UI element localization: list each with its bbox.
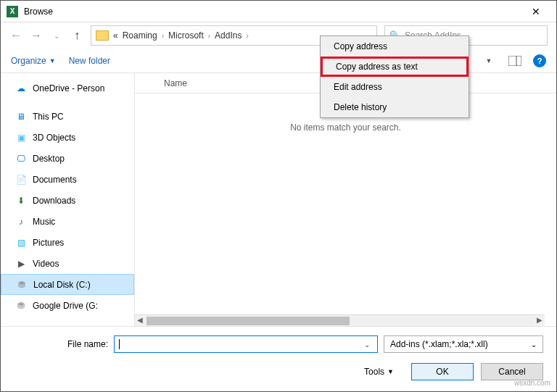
text-cursor — [119, 339, 120, 349]
tree-thispc[interactable]: 🖥This PC — [1, 106, 134, 127]
preview-pane-button[interactable] — [507, 53, 523, 69]
window-title: Browse — [24, 7, 521, 17]
tools-label: Tools — [364, 367, 384, 377]
excel-icon: X — [7, 6, 18, 17]
drive-icon: ⛃ — [15, 300, 27, 312]
cloud-icon: ☁ — [15, 83, 27, 94]
ctx-copy-address-text[interactable]: Copy address as text — [321, 57, 469, 77]
picture-icon: ▧ — [15, 237, 27, 249]
scroll-left-icon[interactable]: ◀ — [137, 316, 143, 324]
close-button[interactable]: ✕ — [521, 1, 550, 22]
ctx-copy-address[interactable]: Copy address — [321, 36, 469, 57]
music-icon: ♪ — [15, 216, 27, 228]
breadcrumb-roaming[interactable]: Roaming — [123, 30, 157, 41]
breadcrumb-prefix: « — [113, 30, 118, 41]
organize-button[interactable]: Organize ▼ — [11, 56, 56, 66]
tree-3dobjects[interactable]: ▣3D Objects — [1, 127, 134, 148]
tree-desktop[interactable]: 🖵Desktop — [1, 148, 134, 169]
video-icon: ▶ — [15, 258, 27, 270]
organize-label: Organize — [11, 56, 46, 66]
filter-label: Add-ins (*.xlam;*.xla;*.xll) — [390, 339, 488, 349]
breadcrumb-addins[interactable]: AddIns — [215, 30, 242, 41]
ctx-edit-address[interactable]: Edit address — [321, 77, 469, 97]
scroll-right-icon[interactable]: ▶ — [537, 316, 542, 324]
tools-button[interactable]: Tools ▼ — [364, 367, 394, 377]
tree-downloads[interactable]: ⬇Downloads — [1, 190, 134, 211]
folder-icon — [96, 30, 109, 41]
address-context-menu: Copy address Copy address as text Edit a… — [320, 36, 469, 118]
filetype-filter[interactable]: Add-ins (*.xlam;*.xla;*.xll) ⌄ — [384, 335, 543, 353]
column-name[interactable]: Name — [164, 78, 187, 88]
watermark: wsxdn.com — [514, 379, 550, 387]
scrollbar-thumb[interactable] — [147, 317, 350, 325]
tree-videos[interactable]: ▶Videos — [1, 253, 134, 274]
ctx-delete-history[interactable]: Delete history — [321, 97, 469, 117]
new-folder-button[interactable]: New folder — [69, 56, 110, 66]
tree-onedrive[interactable]: ☁OneDrive - Person — [1, 78, 134, 99]
up-button[interactable]: ↑ — [70, 29, 83, 42]
help-button[interactable]: ? — [533, 54, 546, 67]
recent-dropdown[interactable]: ⌄ — [50, 32, 63, 40]
view-dropdown[interactable]: ▼ — [481, 53, 497, 69]
cube-icon: ▣ — [15, 132, 27, 143]
breadcrumb-microsoft[interactable]: Microsoft — [168, 30, 204, 41]
chevron-right-icon[interactable]: › — [208, 32, 210, 40]
back-button[interactable]: ← — [9, 29, 22, 42]
chevron-down-icon: ⌄ — [531, 341, 537, 349]
filename-label: File name: — [14, 339, 108, 349]
svg-rect-0 — [508, 56, 521, 66]
disk-icon: ⛃ — [16, 279, 28, 291]
filename-dropdown[interactable]: ⌄ — [364, 341, 373, 349]
horizontal-scrollbar[interactable]: ◀ ▶ — [135, 314, 545, 326]
tree-gdrive[interactable]: ⛃Google Drive (G: — [1, 295, 134, 316]
chevron-down-icon: ▼ — [387, 368, 394, 375]
folder-tree: ☁OneDrive - Person 🖥This PC ▣3D Objects … — [1, 73, 135, 327]
tree-pictures[interactable]: ▧Pictures — [1, 232, 134, 253]
cancel-button[interactable]: Cancel — [481, 363, 543, 380]
tree-music[interactable]: ♪Music — [1, 211, 134, 232]
chevron-right-icon[interactable]: › — [162, 32, 164, 40]
empty-message: No items match your search. — [135, 122, 556, 133]
chevron-right-icon[interactable]: › — [246, 32, 248, 40]
chevron-down-icon: ▼ — [49, 57, 56, 64]
desktop-icon: 🖵 — [15, 153, 27, 164]
pc-icon: 🖥 — [15, 111, 27, 122]
tree-documents[interactable]: 📄Documents — [1, 169, 134, 190]
filename-input[interactable]: ⌄ — [114, 335, 378, 353]
download-icon: ⬇ — [15, 195, 27, 207]
forward-button[interactable]: → — [30, 29, 43, 42]
document-icon: 📄 — [15, 174, 27, 185]
tree-localdisk[interactable]: ⛃Local Disk (C:) — [1, 274, 134, 295]
ok-button[interactable]: OK — [411, 363, 474, 380]
